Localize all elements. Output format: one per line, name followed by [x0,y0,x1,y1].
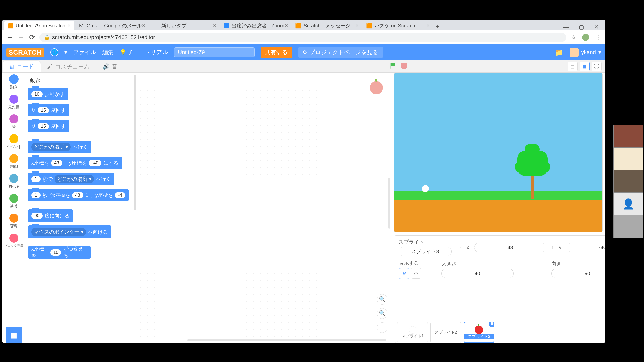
num-input[interactable]: 1 [31,192,41,198]
num-input[interactable]: 43 [72,192,83,198]
fullscreen-icon[interactable]: ⛶ [592,62,602,71]
size-input[interactable] [441,269,514,278]
tab-0[interactable]: 🟧 Untitled-79 on Scratch ✕ [4,21,74,30]
tab-5[interactable]: 🟧 バスケ on Scratch ✕ [363,21,433,30]
sprite-thumb-3[interactable]: 🗑 スプライト3 [464,322,494,343]
block-point-towards[interactable]: マウスのポインター ▾ へ向ける [28,225,111,238]
back-icon[interactable]: ← [6,33,13,41]
new-tab-button[interactable]: + [434,23,441,30]
add-extension-button[interactable]: ▦ [6,327,22,343]
sprite-name-input[interactable] [399,247,452,256]
block-change-x[interactable]: x座標を 10 ずつ変える [28,246,91,259]
stage[interactable] [394,73,603,232]
close-window-icon[interactable]: ✕ [594,24,599,30]
block-point-dir[interactable]: 90 度に向ける [28,209,73,222]
palette-scrollbar[interactable] [134,75,136,210]
script-workspace[interactable]: 🔍 🔍 = [137,73,391,343]
cat-motion[interactable]: 動き [9,75,18,90]
edit-menu[interactable]: 編集 [102,49,113,56]
block-goto[interactable]: どこかの場所 ▾ へ行く [28,141,91,153]
tab-close-icon[interactable]: ✕ [142,23,146,28]
tab-code[interactable]: ▧ コード [3,61,41,72]
apple-sprite[interactable] [520,164,526,169]
tab-sounds[interactable]: 🔊 音 [96,61,124,72]
share-button[interactable]: 共有する [261,47,292,58]
tab-close-icon[interactable]: ✕ [426,23,430,28]
num-input[interactable]: -4 [115,192,125,198]
language-icon[interactable]: 🌐 [50,48,58,56]
num-input[interactable]: 10 [31,91,43,97]
num-input[interactable]: 1 [31,176,41,182]
tab-close-icon[interactable]: ✕ [213,23,217,28]
cat-sensing[interactable]: 調べる [8,174,20,189]
cat-operators[interactable]: 演算 [9,194,18,209]
ball-sprite[interactable] [422,185,429,192]
zoom-participant-5[interactable] [613,215,643,238]
block-move-steps[interactable]: 10 歩動かす [28,88,68,100]
reload-icon[interactable]: ⟳ [29,33,35,41]
num-input[interactable]: 90 [31,213,43,219]
user-menu[interactable]: ykand ▾ [570,48,601,57]
minimize-icon[interactable]: — [563,24,569,30]
tab-4[interactable]: 🟧 Scratch - メッセージ ✕ [292,21,363,30]
block-glide-xy[interactable]: 1 秒でx座標を 43 に、y座標を -4 [28,189,129,201]
dropdown[interactable]: マウスのポインター ▾ [31,228,86,236]
num-input[interactable]: -40 [89,160,101,166]
num-input[interactable]: 10 [50,249,61,256]
cat-control[interactable]: 制御 [9,154,18,169]
tab-costumes[interactable]: 🖌 コスチューム [41,61,96,72]
x-input[interactable] [474,243,546,252]
dropdown[interactable]: どこかの場所 ▾ [55,175,94,183]
tab-1[interactable]: M Gmail - Google のメール ✕ [75,21,149,30]
maximize-icon[interactable]: ▢ [579,24,584,30]
cat-myblocks[interactable]: ブロック定義 [4,234,24,248]
project-name-input[interactable]: Untitled-79 [174,47,255,57]
workspace-hscroll[interactable] [187,339,386,341]
tab-3[interactable]: ▢ 出席済み出席者 - Zoom ✕ [221,21,292,30]
y-input[interactable] [567,243,605,252]
cat-events[interactable]: イベント [6,134,22,150]
project-page-button[interactable]: ⟳ プロジェクトページを見る [298,47,383,58]
kebab-menu-icon[interactable]: ⋮ [595,34,601,41]
cat-sound[interactable]: 音 [9,114,18,130]
tab-close-icon[interactable]: ✕ [284,23,288,28]
forward-icon[interactable]: → [18,33,25,41]
cat-looks[interactable]: 見た目 [8,95,20,110]
delete-sprite-icon[interactable]: 🗑 [489,322,494,327]
tree-sprite[interactable] [517,151,548,199]
block-glide[interactable]: 1 秒で どこかの場所 ▾ へ行く [28,173,114,185]
num-input[interactable]: 43 [51,160,62,166]
hide-button[interactable]: ⊘ [411,268,421,279]
block-turn-cw[interactable]: ↻ 15 度回す [28,104,69,116]
zoom-participant-2[interactable] [613,147,643,170]
zoom-participant-3[interactable] [613,170,643,193]
scratch-logo[interactable]: SCRATCH [6,48,44,57]
dir-input[interactable] [551,269,605,278]
sprite-thumb-1[interactable]: スプライト1 [397,322,428,343]
workspace-vscroll[interactable] [388,178,390,229]
show-button[interactable]: 👁 [399,268,409,279]
dropdown[interactable]: どこかの場所 ▾ [31,143,71,151]
zoom-in-icon[interactable]: 🔍 [377,294,387,305]
tutorial-button[interactable]: 💡 チュートリアル [119,49,168,56]
num-input[interactable]: 15 [38,123,49,129]
cat-variables[interactable]: 変数 [9,214,18,229]
num-input[interactable]: 15 [38,107,49,113]
url-input[interactable]: 🔒 scratch.mit.edu/projects/474621521/edi… [39,33,566,42]
zoom-participant-1[interactable] [613,125,643,147]
tab-2[interactable]: 新しいタブ ✕ [150,21,220,30]
green-flag-icon[interactable] [389,62,396,69]
zoom-reset-icon[interactable]: = [377,322,387,333]
file-menu[interactable]: ファイル [73,49,96,56]
block-turn-ccw[interactable]: ↺ 15 度回す [28,120,69,132]
zoom-out-icon[interactable]: 🔍 [377,308,387,319]
stop-icon[interactable] [401,63,407,69]
star-icon[interactable]: ☆ [571,34,576,41]
tab-close-icon[interactable]: ✕ [67,23,71,28]
profile-avatar[interactable] [582,34,589,41]
tab-close-icon[interactable]: ✕ [355,23,359,28]
large-stage-icon[interactable]: ◼ [580,62,590,71]
zoom-participant-4[interactable]: 👤 [613,193,643,215]
sprite-thumb-2[interactable]: スプライト2 [430,322,461,343]
block-goto-xy[interactable]: x座標を 43 、y座標を -40 にする [28,157,122,169]
